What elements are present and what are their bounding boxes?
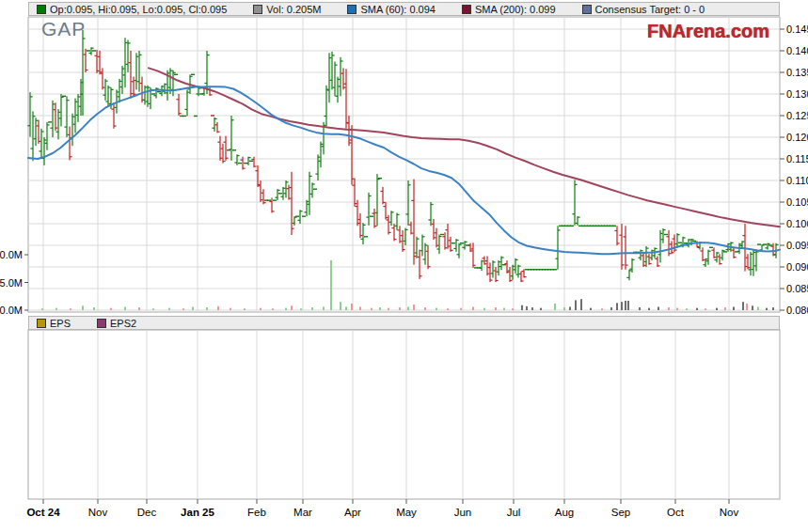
open-tick [725, 249, 728, 250]
month-label: Jul [507, 507, 521, 518]
open-tick [728, 249, 731, 250]
open-tick [75, 115, 78, 116]
close-tick [338, 79, 341, 80]
close-tick [355, 203, 357, 204]
close-tick [139, 55, 142, 55]
close-tick [646, 248, 649, 249]
volume-bar [752, 305, 753, 310]
ohlc-bar [77, 94, 78, 122]
close-tick [283, 188, 286, 189]
stock-chart-page: Op:0.095, Hi:0.095, Lo:0.095, Cl:0.095Vo… [0, 0, 808, 532]
flat-close-dash [249, 161, 253, 162]
close-tick [484, 263, 487, 264]
open-tick [496, 272, 499, 273]
flat-close-dash [48, 121, 52, 122]
volume-bar [540, 308, 542, 310]
open-tick [255, 170, 258, 171]
month-label: Jun [454, 507, 472, 518]
ohlc-bar [141, 77, 142, 103]
month-label: Oct 24 [26, 507, 60, 518]
volume-bar [668, 307, 670, 310]
close-tick [465, 242, 467, 243]
ohlc-bar [345, 69, 346, 128]
open-tick [153, 95, 156, 96]
month-label: Feb [247, 507, 266, 518]
volume-bar [610, 307, 612, 310]
volume-bar [648, 308, 650, 310]
ohlc-bar [416, 237, 417, 258]
ohlc-bar [498, 260, 499, 275]
ohlc-bar [135, 53, 136, 89]
month-label: Sep [611, 507, 630, 518]
ohlc-bar [631, 258, 632, 273]
close-tick [672, 252, 674, 253]
ohlc-bar [130, 51, 131, 99]
ohlc-bar [419, 250, 420, 279]
ohlc-bar [43, 137, 44, 165]
close-tick [703, 259, 705, 260]
price-tick-label: 0.125 [786, 110, 808, 121]
ohlc-bar [222, 144, 223, 164]
close-tick [173, 72, 176, 73]
ohlc-bar [359, 213, 360, 238]
ohlc-bar [750, 252, 751, 275]
volume-bar [521, 305, 523, 310]
volume-bar [260, 308, 261, 310]
volume-bar [627, 301, 629, 310]
open-tick [33, 138, 36, 139]
open-tick [366, 217, 369, 218]
price-tick-label: 0.140 [786, 45, 808, 56]
close-tick [510, 280, 513, 281]
flat-close-dash [370, 215, 373, 216]
close-tick [708, 251, 711, 252]
open-tick [479, 268, 482, 269]
ohlc-bar [382, 187, 383, 204]
open-tick [467, 244, 470, 245]
open-tick [346, 122, 349, 123]
open-tick [751, 269, 753, 270]
open-tick [660, 239, 663, 240]
open-tick [283, 193, 286, 194]
close-tick [53, 103, 55, 104]
close-tick [335, 65, 338, 66]
close-tick [243, 168, 246, 169]
volume-bar [625, 301, 626, 310]
volume-bar [285, 308, 287, 310]
open-tick [646, 256, 649, 257]
ohlc-bar [325, 86, 326, 127]
volume-bar [716, 308, 718, 310]
eps-label: EPS [50, 318, 71, 329]
open-tick [229, 149, 231, 149]
open-tick [731, 250, 734, 251]
open-tick [420, 250, 422, 251]
month-label: Apr [344, 507, 361, 518]
open-tick [360, 239, 363, 240]
open-tick [176, 99, 179, 100]
price-tick-label: 0.085 [786, 283, 808, 294]
volume-bar [569, 306, 571, 310]
close-tick [258, 184, 261, 185]
ohlc-bar [753, 250, 753, 276]
ohlc-bar [659, 230, 660, 263]
volume-bar [230, 308, 231, 310]
open-tick [490, 273, 493, 274]
open-tick [58, 117, 61, 118]
open-tick [445, 229, 448, 230]
close-tick [207, 55, 210, 55]
close-tick [55, 128, 58, 129]
open-tick [223, 142, 226, 143]
open-tick [318, 161, 321, 162]
close-tick [223, 161, 226, 162]
volume-bar [639, 307, 641, 310]
close-tick [742, 241, 745, 242]
close-tick [677, 234, 680, 235]
ohlc-bar [450, 237, 451, 252]
ohlc-bar [662, 228, 663, 243]
close-tick [501, 257, 504, 258]
ohlc-bar [66, 96, 67, 137]
close-tick [689, 239, 691, 240]
open-tick [27, 125, 30, 126]
ohlc-bar [368, 193, 369, 226]
volume-bar [460, 308, 462, 310]
volume-bar [124, 306, 126, 310]
